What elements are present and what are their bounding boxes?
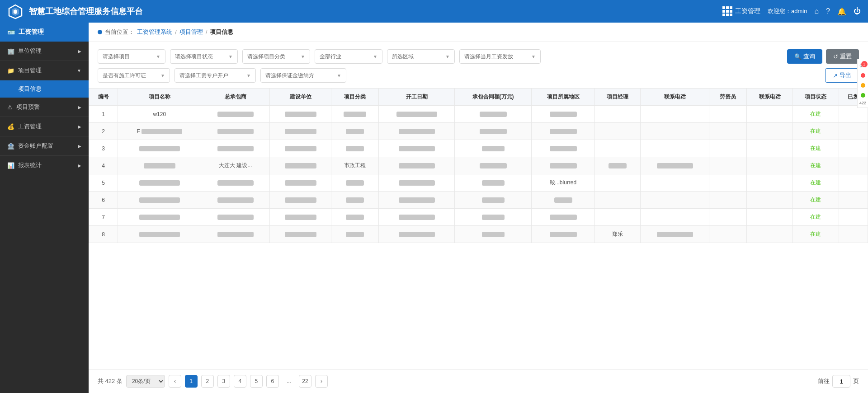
chevron-right-icon-3: ▶ (78, 124, 81, 129)
chevron-down-icon-project: ▼ (156, 54, 160, 59)
region-select[interactable]: 所选区域 ▼ (387, 49, 455, 64)
chevron-down-icon-account: ▼ (246, 73, 251, 78)
table-row[interactable]: 1w120在建 (89, 106, 868, 123)
table-scroll[interactable]: 编号 项目名称 总承包商 建设单位 项目分类 开工日期 承包合同额(万元) 项目… (89, 88, 868, 369)
table-row[interactable]: 3在建 (89, 140, 868, 157)
sidebar-item-project-info[interactable]: 项目信息 (0, 80, 89, 98)
table-row[interactable]: 4大连大 建设...市政工程在建 (89, 157, 868, 174)
page-btn-1[interactable]: 1 (185, 375, 198, 388)
salary-month-select[interactable]: 请选择当月工资发放 ▼ (459, 49, 541, 64)
table-cell (747, 226, 793, 243)
breadcrumb-sep-2: / (206, 29, 208, 36)
table-row[interactable]: 5鞍...blurred 在建 (89, 174, 868, 192)
sidebar-item-fund-account[interactable]: 🏦 资金账户配置 ▶ (0, 136, 89, 156)
table-cell (270, 209, 331, 226)
bell-icon[interactable]: 🔔 (837, 7, 846, 16)
sidebar-item-project-warning[interactable]: ⚠ 项目预警 ▶ (0, 98, 89, 117)
building-icon: 🏢 (7, 48, 14, 55)
sidebar-label-report: 报表统计 (18, 161, 42, 169)
bank-icon: 🏦 (7, 143, 14, 150)
category-select[interactable]: 请选择项目分类 ▼ (242, 49, 310, 64)
reset-button[interactable]: ↺ 重置 (826, 49, 859, 64)
table-cell (331, 192, 379, 209)
main-content: 当前位置： 工资管理系统 / 项目管理 / 项目信息 请选择项目 ▼ 请选择项目… (89, 23, 868, 393)
page-btn-22[interactable]: 22 (299, 375, 311, 388)
table-cell: 市政工程 (331, 157, 379, 174)
page-btn-5[interactable]: 5 (250, 375, 263, 388)
table-cell (270, 174, 331, 192)
table-cell (454, 106, 532, 123)
table-row[interactable]: 2F 在建 (89, 123, 868, 140)
table-cell (454, 209, 532, 226)
page-btn-2[interactable]: 2 (201, 375, 214, 388)
special-account-select[interactable]: 请选择工资专户开户 ▼ (175, 68, 256, 83)
page-btn-3[interactable]: 3 (217, 375, 230, 388)
table-cell (839, 174, 868, 192)
col-phone: 联系电话 (641, 89, 709, 106)
page-btn-6[interactable]: 6 (266, 375, 279, 388)
table-cell (379, 209, 454, 226)
chevron-down-icon-industry: ▼ (373, 54, 377, 59)
query-button[interactable]: 🔍 查询 (787, 49, 822, 64)
col-contractor: 总承包商 (201, 89, 270, 106)
notification-item-1[interactable]: 0.1 1 (859, 61, 868, 70)
sidebar-item-unit-mgmt[interactable]: 🏢 单位管理 ▶ (0, 42, 89, 61)
industry-select[interactable]: 全部行业 ▼ (315, 49, 382, 64)
sidebar-item-report-stats[interactable]: 📊 报表统计 ▶ (0, 156, 89, 175)
table-cell (594, 192, 641, 209)
sidebar-label-project-info: 项目信息 (18, 85, 42, 92)
table-row[interactable]: 6在建 (89, 192, 868, 209)
table-cell (532, 209, 594, 226)
page-size-select[interactable]: 20条/页 50条/页 100条/页 (126, 375, 165, 388)
table-cell (201, 209, 270, 226)
table-cell (454, 192, 532, 209)
sidebar-item-project-mgmt[interactable]: 📁 项目管理 ▼ (0, 61, 89, 80)
table-row[interactable]: 7在建 (89, 209, 868, 226)
table-cell (201, 174, 270, 192)
right-notification-panel: 0.1 1 422 (857, 59, 868, 108)
notification-badge: 1 (861, 61, 868, 67)
page-btn-4[interactable]: 4 (234, 375, 246, 388)
license-select[interactable]: 是否有施工许可证 ▼ (98, 68, 170, 83)
breadcrumb-item-1[interactable]: 工资管理系统 (137, 28, 172, 36)
table-cell (454, 226, 532, 243)
search-icon: 🔍 (794, 53, 802, 60)
module-switcher[interactable]: 工资管理 (722, 6, 760, 16)
sidebar-header-label: 工资管理 (19, 28, 44, 36)
table-cell (201, 226, 270, 243)
table-cell (641, 106, 709, 123)
sidebar-item-salary-mgmt[interactable]: 💰 工资管理 ▶ (0, 117, 89, 136)
page-btn-ellipsis: ... (283, 375, 295, 388)
deposit-select[interactable]: 请选择保证金缴纳方 ▼ (260, 68, 346, 83)
prev-page-btn[interactable]: ‹ (169, 375, 181, 388)
data-table: 编号 项目名称 总承包商 建设单位 项目分类 开工日期 承包合同额(万元) 项目… (89, 88, 868, 243)
chevron-down-icon-category: ▼ (301, 54, 305, 59)
power-icon[interactable]: ⏻ (854, 7, 861, 15)
sidebar-header-icon: 🪪 (7, 28, 15, 36)
table-container: 编号 项目名称 总承包商 建设单位 项目分类 开工日期 承包合同额(万元) 项目… (89, 88, 868, 393)
table-cell (118, 174, 201, 192)
col-category: 项目分类 (331, 89, 379, 106)
next-page-btn[interactable]: › (315, 375, 328, 388)
table-cell (532, 106, 594, 123)
status-select[interactable]: 请选择项目状态 ▼ (170, 49, 238, 64)
export-button[interactable]: ↗ 导出 (825, 68, 859, 83)
table-cell (641, 123, 709, 140)
question-icon[interactable]: ? (826, 7, 830, 15)
table-row[interactable]: 8郑乐在建 (89, 226, 868, 243)
svg-marker-2 (14, 9, 17, 14)
breadcrumb-item-2[interactable]: 项目管理 (179, 28, 203, 36)
warning-icon: ⚠ (7, 104, 13, 111)
table-cell (331, 140, 379, 157)
table-cell (454, 140, 532, 157)
table-cell (747, 174, 793, 192)
table-cell: 7 (89, 209, 118, 226)
table-cell (709, 157, 747, 174)
project-select[interactable]: 请选择项目 ▼ (98, 49, 165, 64)
table-cell (709, 106, 747, 123)
special-account-label: 请选择工资专户开户 (179, 72, 228, 80)
table-cell: 郑乐 (594, 226, 641, 243)
goto-input[interactable] (832, 375, 850, 388)
table-cell (201, 140, 270, 157)
home-icon[interactable]: ⌂ (814, 7, 819, 15)
